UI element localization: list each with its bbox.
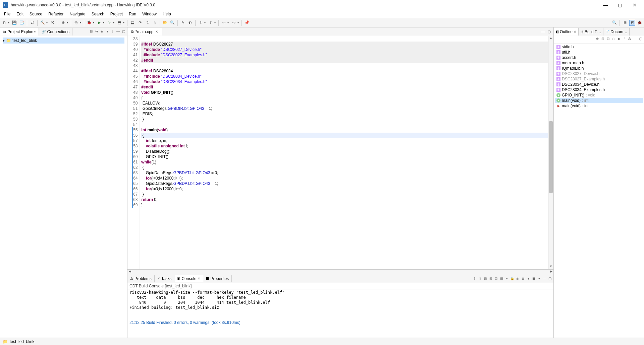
menu-edit[interactable]: Edit (14, 11, 26, 17)
hide-static-icon[interactable]: ⊡ (606, 37, 610, 42)
mark-button[interactable]: ✎ (180, 20, 186, 26)
outline-item[interactable]: ⋕mem_map.h (555, 60, 643, 66)
outline-item[interactable]: ⋕util.h (555, 50, 643, 55)
menu-run[interactable]: Run (126, 11, 139, 17)
menu-search[interactable]: Search (89, 11, 107, 17)
debug-button[interactable]: 🐞 (86, 20, 92, 26)
menu-navigate[interactable]: Navigate (67, 11, 88, 17)
menu-file[interactable]: File (1, 11, 13, 17)
open-type-button[interactable]: 📂 (162, 20, 168, 26)
forward-button[interactable]: ⇨ (231, 20, 237, 26)
link-editor-icon[interactable]: ⇆ (94, 29, 99, 34)
outline-list[interactable]: ⋕stdio.h⋕util.h⋕assert.h⋕mem_map.h⋕IQmat… (554, 44, 644, 109)
view-menu-icon[interactable]: ⋮ (110, 29, 115, 34)
perspective-cpp-button[interactable]: ◩ (629, 20, 635, 26)
scroll-thumb[interactable] (549, 121, 553, 193)
group-icon[interactable]: ◆ (616, 37, 621, 42)
console-tool-1[interactable]: ⇧ (478, 277, 482, 280)
outline-item[interactable]: ⋕assert.h (555, 55, 643, 60)
save-all-button[interactable]: 📑 (19, 20, 25, 26)
expand-icon[interactable]: ▸ (3, 38, 5, 43)
code-text[interactable]: #ifdef DSC28027 #include "DSC28027_Devic… (140, 36, 548, 269)
project-tree[interactable]: ▸ 📁 test_led_blink (0, 36, 127, 45)
max-icon[interactable]: ▢ (547, 30, 551, 33)
profile-button[interactable]: ▷ (106, 20, 112, 26)
tree-item-project[interactable]: ▸ 📁 test_led_blink (3, 38, 124, 44)
outline-item[interactable]: ●GPIO_INIT() : void (555, 92, 643, 98)
console-tool-9[interactable]: ⊕ (521, 277, 525, 280)
outline-item[interactable]: ⋕IQmathLib.h (555, 66, 643, 71)
filter-icon[interactable]: ⁂ (627, 37, 632, 42)
console-output[interactable]: riscv32-haawking-elf-size --format=berke… (127, 289, 553, 338)
collapse-all-icon[interactable]: ⊟ (89, 29, 94, 34)
console-tool-10[interactable]: ▾ (526, 277, 531, 280)
editor-tab-main-cpp[interactable]: 🗎 *main.cpp ✕ (127, 28, 162, 36)
scroll-left-icon[interactable]: ◀ (127, 270, 132, 274)
horizontal-scrollbar[interactable]: ◀ ▶ (127, 269, 553, 274)
close-button[interactable]: ✕ (628, 2, 641, 8)
bottom-tab-tasks[interactable]: ✓Tasks (155, 275, 175, 282)
console-tool-0[interactable]: ⇩ (472, 277, 477, 280)
perspective-debug-button[interactable]: 🐞 (637, 20, 643, 26)
close-icon[interactable]: ✕ (198, 277, 200, 280)
console-tool-3[interactable]: ⊞ (488, 277, 493, 280)
outline-tab-2[interactable]: 📄Docum… (603, 28, 630, 36)
next-ann-button[interactable]: ⇩ (198, 20, 204, 26)
vertical-scrollbar[interactable]: ▲ ▼ (548, 36, 553, 269)
outline-item[interactable]: ▶main(void) : int (555, 103, 643, 109)
save-button[interactable]: 💾 (11, 20, 17, 26)
toggle-bp-button[interactable]: ◐ (187, 20, 193, 26)
console-tool-11[interactable]: ▣ (531, 277, 536, 280)
bottom-tab-properties[interactable]: ☰Properties (203, 275, 232, 282)
maximize-button[interactable]: ▢ (613, 2, 627, 8)
minimize-button[interactable]: — (599, 2, 612, 8)
console-tool-4[interactable]: ⊡ (494, 277, 498, 280)
hide-fields-icon[interactable]: ⊟ (600, 37, 605, 42)
tab-project-explorer[interactable]: 🗀 Project Explorer (0, 28, 39, 36)
run-button[interactable]: ▶ (96, 20, 102, 26)
console-tool-7[interactable]: 🔒 (510, 277, 515, 280)
focus-icon[interactable]: ◈ (100, 29, 104, 34)
console-tool-14[interactable]: ▢ (547, 277, 552, 280)
hide-nonpublic-icon[interactable]: ◇ (611, 37, 616, 42)
view-menu-icon[interactable]: ⋮ (622, 37, 627, 42)
coverage-button[interactable]: ⬒ (116, 20, 122, 26)
outline-tab-1[interactable]: ◎Build T… (579, 28, 603, 36)
target-button[interactable]: ◎ (73, 20, 79, 26)
scroll-up-icon[interactable]: ▲ (548, 36, 553, 41)
scroll-down-icon[interactable]: ▼ (548, 265, 553, 269)
build-all-button[interactable]: ⚒ (50, 20, 56, 26)
line-gutter[interactable]: 3839404142434445464748495051525354555657… (127, 36, 140, 269)
max-icon[interactable]: ▢ (638, 37, 643, 42)
pin-button[interactable]: 📌 (244, 20, 250, 26)
new-conn-button[interactable]: ⊕ (60, 20, 66, 26)
min-icon[interactable]: — (633, 37, 637, 42)
outline-item[interactable]: ●main(void) : int (555, 98, 643, 103)
stop-button[interactable]: ⬓ (129, 20, 136, 26)
console-tool-5[interactable]: ▦ (499, 277, 504, 280)
console-tool-8[interactable]: 🗑 (515, 277, 520, 280)
new-button[interactable]: 🗋 (1, 20, 7, 26)
menu-source[interactable]: Source (27, 11, 45, 17)
close-tab-icon[interactable]: ✕ (155, 30, 159, 33)
bottom-tab-console[interactable]: ▣Console ✕ (174, 275, 203, 282)
stepout-button[interactable]: ↳ (152, 20, 158, 26)
console-tool-2[interactable]: ⊟ (483, 277, 488, 280)
outline-item[interactable]: ⋕DSC28034_Device.h (555, 82, 643, 87)
outline-item[interactable]: ⋕DSC28034_Examples.h (555, 87, 643, 92)
quick-access-button[interactable]: 🔍 (611, 20, 618, 26)
build-button[interactable]: 🔨 (40, 20, 46, 26)
console-tool-13[interactable]: — (542, 277, 547, 280)
menu-window[interactable]: Window (140, 11, 159, 17)
outline-tab-0[interactable]: ◧Outline✕ (554, 28, 579, 36)
perspective-open-button[interactable]: ⊞ (622, 20, 628, 26)
min-icon[interactable]: — (116, 29, 120, 34)
min-icon[interactable]: — (541, 30, 545, 33)
menu-project[interactable]: Project (108, 11, 125, 17)
step-button[interactable]: ↷ (137, 20, 143, 26)
outline-item[interactable]: ⋕DSC28027_Examples.h (555, 76, 643, 82)
outline-item[interactable]: ⋕DSC28027_Device.h (555, 71, 643, 76)
outline-item[interactable]: ⋕stdio.h (555, 44, 643, 50)
menu-help[interactable]: Help (160, 11, 174, 17)
tab-connections[interactable]: 🔗 Connections (39, 28, 72, 36)
